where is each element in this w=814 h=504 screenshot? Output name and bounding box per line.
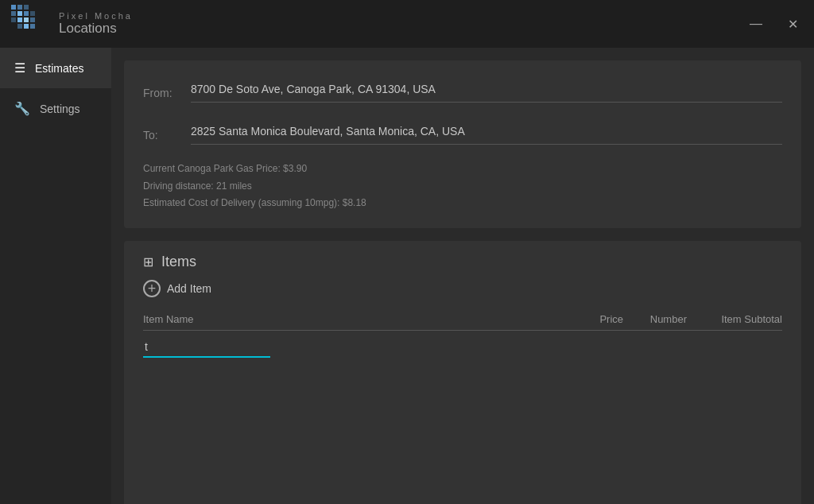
- table-header: Item Name Price Number Item Subtotal: [143, 313, 782, 331]
- main-layout: ☰ Estimates 🔧 Settings From: 8700 De Sot…: [0, 48, 814, 504]
- sidebar-item-settings[interactable]: 🔧 Settings: [0, 88, 111, 129]
- app-logo: [10, 3, 51, 45]
- col-header-subtotal: Item Subtotal: [687, 313, 782, 325]
- svg-rect-4: [17, 11, 22, 16]
- from-value: 8700 De Soto Ave, Canoga Park, CA 91304,…: [191, 83, 782, 103]
- add-item-label: Add Item: [167, 282, 211, 295]
- col-header-name: Item Name: [143, 313, 560, 325]
- items-grid-icon: ⊞: [143, 254, 153, 269]
- add-item-button[interactable]: + Add Item: [143, 277, 211, 300]
- titlebar: Pixel Mocha Locations — ✕: [0, 0, 814, 48]
- address-card: From: 8700 De Soto Ave, Canoga Park, CA …: [124, 60, 801, 228]
- gas-info: Current Canoga Park Gas Price: $3.90 Dri…: [143, 161, 782, 212]
- to-value: 2825 Santa Monica Boulevard, Santa Monic…: [191, 125, 782, 145]
- svg-rect-3: [11, 11, 16, 16]
- app-name-area: Pixel Mocha Locations: [59, 11, 133, 37]
- svg-rect-6: [30, 11, 35, 16]
- col-header-price: Price: [560, 313, 623, 325]
- sidebar-item-estimates[interactable]: ☰ Estimates: [0, 48, 111, 88]
- close-button[interactable]: ✕: [781, 14, 804, 35]
- titlebar-left: Pixel Mocha Locations: [10, 3, 133, 45]
- svg-rect-10: [30, 17, 35, 22]
- svg-rect-5: [24, 11, 29, 16]
- from-label: From:: [143, 87, 183, 99]
- svg-rect-12: [24, 24, 29, 29]
- item-input-row: [143, 337, 782, 358]
- items-title: Items: [161, 254, 196, 270]
- col-header-number: Number: [623, 313, 687, 325]
- minimize-button[interactable]: —: [743, 14, 769, 34]
- svg-rect-1: [17, 5, 22, 10]
- svg-rect-9: [24, 17, 29, 22]
- titlebar-controls: — ✕: [743, 14, 804, 35]
- estimates-icon: ☰: [14, 60, 25, 76]
- settings-icon: 🔧: [14, 101, 30, 116]
- app-subtitle: Locations: [59, 21, 133, 37]
- estimated-cost: Estimated Cost of Delivery (assuming 10m…: [143, 195, 782, 212]
- gas-price: Current Canoga Park Gas Price: $3.90: [143, 161, 782, 178]
- sidebar-item-label-estimates: Estimates: [35, 62, 83, 75]
- content-area: From: 8700 De Soto Ave, Canoga Park, CA …: [111, 48, 814, 504]
- to-row: To: 2825 Santa Monica Boulevard, Santa M…: [143, 118, 782, 151]
- to-label: To:: [143, 129, 183, 142]
- svg-rect-0: [11, 5, 16, 10]
- sidebar: ☰ Estimates 🔧 Settings: [0, 48, 111, 504]
- svg-rect-13: [30, 24, 35, 29]
- items-header: ⊞ Items: [143, 254, 782, 270]
- items-card: ⊞ Items + Add Item Item Name Price Numbe…: [124, 241, 801, 504]
- add-circle-icon: +: [143, 280, 161, 297]
- svg-rect-7: [11, 17, 16, 22]
- driving-distance: Driving distance: 21 miles: [143, 178, 782, 196]
- svg-rect-8: [17, 17, 22, 22]
- svg-rect-2: [24, 5, 29, 10]
- from-row: From: 8700 De Soto Ave, Canoga Park, CA …: [143, 76, 782, 109]
- sidebar-item-label-settings: Settings: [40, 103, 80, 115]
- svg-rect-11: [17, 24, 22, 29]
- item-name-input[interactable]: [143, 337, 270, 358]
- app-name: Pixel Mocha: [59, 11, 133, 21]
